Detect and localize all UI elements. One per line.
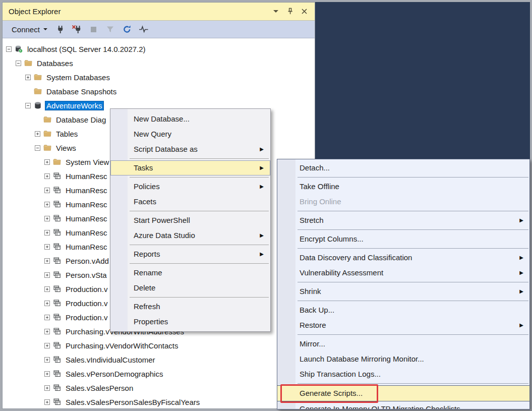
view-icon <box>53 356 61 364</box>
menu-item-policies[interactable]: Policies▶ <box>110 179 270 194</box>
folder-icon <box>34 73 42 81</box>
expand-icon[interactable] <box>44 202 50 207</box>
expand-icon[interactable] <box>44 399 50 405</box>
menu-item-label: Shrink <box>300 287 321 296</box>
menu-item-reports[interactable]: Reports▶ <box>110 247 270 262</box>
menu-item-rename[interactable]: Rename <box>110 265 270 280</box>
close-icon[interactable] <box>299 6 310 17</box>
menu-item-start-powershell[interactable]: Start PowerShell <box>110 213 270 228</box>
expand-icon[interactable] <box>44 230 50 236</box>
menu-item-refresh[interactable]: Refresh <box>110 299 270 314</box>
tree-item-label: System View <box>64 157 110 167</box>
expand-icon[interactable] <box>25 75 31 80</box>
connect-dropdown-chevron-icon <box>43 28 47 30</box>
menu-item-vulnerability-assessment[interactable]: Vulnerability Assessment▶ <box>277 265 529 280</box>
expand-icon[interactable] <box>44 301 50 306</box>
menu-separator <box>130 177 269 178</box>
tree-item-label: localhost (SQL Server 14.0.2027.2) <box>26 44 147 54</box>
tree-item-label: Person.vSta <box>64 270 108 280</box>
connect-button[interactable]: Connect <box>9 23 50 36</box>
expand-icon[interactable] <box>44 216 50 221</box>
view-icon <box>53 384 61 392</box>
menu-item-restore[interactable]: Restore▶ <box>277 318 529 333</box>
menu-item-facets[interactable]: Facets <box>110 194 270 209</box>
menu-item-label: New Query <box>134 130 171 138</box>
tree-item-label: HumanResc <box>64 186 109 195</box>
tree-row[interactable]: Database Snapshots <box>3 84 315 98</box>
tree-row[interactable]: Databases <box>3 56 315 70</box>
tree-row[interactable]: localhost (SQL Server 14.0.2027.2) <box>3 42 315 56</box>
server-icon <box>15 45 23 53</box>
pin-icon[interactable] <box>284 6 295 17</box>
connect-label: Connect <box>12 25 40 34</box>
menu-item-label: Script Database as <box>134 145 198 153</box>
expand-icon[interactable] <box>44 385 50 391</box>
menu-item-label: Policies <box>134 182 160 191</box>
expand-icon[interactable] <box>44 272 50 278</box>
expand-icon[interactable] <box>44 343 50 348</box>
expand-icon[interactable] <box>44 173 50 179</box>
menu-item-ship-transaction-logs[interactable]: Ship Transaction Logs... <box>277 367 529 382</box>
expand-icon[interactable] <box>44 258 50 264</box>
disconnect-plug-icon[interactable] <box>71 23 84 35</box>
view-icon <box>53 243 61 251</box>
menu-item-azure-data-studio[interactable]: Azure Data Studio▶ <box>110 228 270 243</box>
menu-item-label: Reports <box>134 250 160 258</box>
tree-item-label: HumanResc <box>64 242 109 252</box>
expand-icon[interactable] <box>44 315 50 320</box>
collapse-icon[interactable] <box>6 46 12 52</box>
collapse-icon[interactable] <box>35 145 40 151</box>
tree-item-label: Database Diag <box>54 115 107 125</box>
menu-separator <box>130 263 269 264</box>
connect-plug-icon[interactable] <box>54 23 67 35</box>
refresh-icon[interactable] <box>121 23 134 35</box>
window-menu-chevron-icon[interactable] <box>270 6 281 17</box>
view-icon <box>53 341 61 349</box>
menu-item-tasks[interactable]: Tasks▶ <box>110 160 270 175</box>
expand-icon[interactable] <box>44 329 50 334</box>
collapse-icon[interactable] <box>25 103 31 108</box>
menu-item-new-database[interactable]: New Database... <box>110 111 270 127</box>
tree-row[interactable]: System Databases <box>3 70 315 84</box>
menu-separator <box>298 248 528 249</box>
tree-row[interactable]: Sales.vSalesPerson <box>3 381 315 395</box>
menu-item-label: Stretch <box>300 216 324 224</box>
menu-item-properties[interactable]: Properties <box>110 314 270 329</box>
tree-row[interactable]: Sales.vSalesPersonSalesByFiscalYears <box>3 395 315 408</box>
menu-item-encrypt-columns[interactable]: Encrypt Columns... <box>277 231 529 247</box>
menu-item-mirror[interactable]: Mirror... <box>277 336 529 351</box>
menu-item-stretch[interactable]: Stretch▶ <box>277 213 529 228</box>
menu-item-script-database-as[interactable]: Script Database as▶ <box>110 142 270 157</box>
collapse-icon[interactable] <box>16 61 21 66</box>
tree-item-label: Databases <box>35 58 75 68</box>
menu-item-detach[interactable]: Detach... <box>277 160 529 175</box>
menu-item-delete[interactable]: Delete <box>110 280 270 296</box>
expand-icon[interactable] <box>44 357 50 363</box>
menu-item-shrink[interactable]: Shrink▶ <box>277 284 529 299</box>
menu-item-label: Azure Data Studio <box>134 231 195 240</box>
menu-item-generate-in-memory-oltp-migration-checklists[interactable]: Generate In-Memory OLTP Migration Checkl… <box>277 401 529 409</box>
expand-icon[interactable] <box>44 286 50 292</box>
folder-icon <box>34 87 42 95</box>
tree-item-label: Production.v <box>64 284 109 294</box>
submenu-arrow-icon: ▶ <box>260 142 264 157</box>
menu-item-launch-database-mirroring-monitor[interactable]: Launch Database Mirroring Monitor... <box>277 351 529 367</box>
tree-item-label: HumanResc <box>64 214 109 223</box>
menu-item-new-query[interactable]: New Query <box>110 127 270 142</box>
tree-row[interactable]: Sales.vIndividualCustomer <box>3 353 315 367</box>
activity-monitor-icon[interactable] <box>137 23 150 35</box>
submenu-arrow-icon: ▶ <box>260 247 264 262</box>
menu-item-back-up[interactable]: Back Up... <box>277 303 529 318</box>
menu-item-data-discovery-and-classification[interactable]: Data Discovery and Classification▶ <box>277 250 529 265</box>
expand-icon[interactable] <box>44 188 50 193</box>
tree-row[interactable]: Purchasing.vVendorWithContacts <box>3 338 315 353</box>
submenu-arrow-icon: ▶ <box>519 318 523 333</box>
tree-row[interactable]: Sales.vPersonDemographics <box>3 367 315 381</box>
expand-icon[interactable] <box>44 159 50 165</box>
expand-icon[interactable] <box>44 244 50 250</box>
menu-item-take-offline[interactable]: Take Offline <box>277 179 529 194</box>
menu-item-generate-scripts[interactable]: Generate Scripts... <box>277 385 529 401</box>
expand-icon[interactable] <box>44 371 50 377</box>
expand-icon[interactable] <box>35 131 40 137</box>
object-explorer-title-bar: Object Explorer <box>3 3 315 21</box>
